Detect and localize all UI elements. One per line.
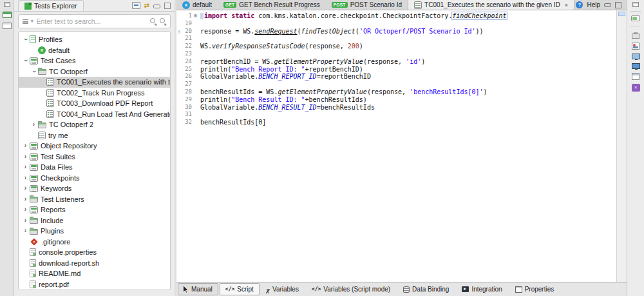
editor-tab[interactable]: POSTPOST Scenario Id xyxy=(326,0,408,10)
explorer-toolbar: ⇄ xyxy=(132,2,171,11)
close-tab-icon[interactable]: × xyxy=(565,2,568,8)
left-view-strip xyxy=(0,0,14,296)
tree-item[interactable]: download-report.sh xyxy=(19,258,170,269)
test-case-icon xyxy=(46,99,54,107)
chevron-collapsed-icon[interactable]: › xyxy=(21,215,30,226)
tree-item-label: TC004_Run Load Test And Generate Report xyxy=(57,110,171,118)
dots-icon[interactable]: ····· xyxy=(630,25,641,28)
line-number: 25 xyxy=(182,66,192,74)
fold-spacer xyxy=(192,58,199,66)
restore-icon[interactable] xyxy=(632,2,639,7)
bottom-tab[interactable]: Manual xyxy=(178,283,218,295)
monitor-icon[interactable] xyxy=(632,54,640,59)
link-with-editor-icon[interactable]: ⇄ xyxy=(144,3,149,9)
maximize-panel-icon[interactable] xyxy=(164,3,171,9)
calculator-icon[interactable] xyxy=(632,73,639,80)
tree-item[interactable]: ›Test Listeners xyxy=(19,194,170,205)
chevron-collapsed-icon[interactable]: › xyxy=(21,162,30,172)
advanced-search-icon[interactable] xyxy=(159,17,167,25)
tree-item[interactable]: TC002_Track Run Progress xyxy=(19,88,170,99)
code-text xyxy=(199,20,200,28)
maximize-editor-icon[interactable] xyxy=(615,2,621,8)
bottom-tab[interactable]: </>Variables (Script mode) xyxy=(306,283,396,295)
code-text xyxy=(199,81,200,88)
tree-item[interactable]: ›Test Suites xyxy=(19,152,170,163)
view-menu-dropdown-icon[interactable]: ▾ xyxy=(31,19,33,24)
line-number: 31 xyxy=(182,111,192,119)
picture-icon[interactable] xyxy=(632,43,639,50)
code-editor[interactable]: 1⊕import static com.kms.katalon.core.che… xyxy=(176,10,627,282)
editor-tab[interactable]: GETGET Bench Result Progress xyxy=(218,0,326,10)
caret xyxy=(200,13,204,19)
tree-item[interactable]: xdefault xyxy=(19,45,170,56)
tests-explorer-header: Tests Explorer ⇄ xyxy=(14,0,175,12)
tree-item[interactable]: .gitignore xyxy=(19,237,170,248)
gutter-marker-spacer xyxy=(176,111,182,119)
editor-tab[interactable]: TC001_Executes the scenario with the giv… xyxy=(408,0,574,10)
tests-explorer-panel: Tests Explorer ⇄ ▾ ›Profilesxdefault›Tes… xyxy=(14,0,176,296)
chevron-collapsed-icon[interactable]: › xyxy=(30,119,38,130)
chevron-collapsed-icon[interactable]: › xyxy=(21,226,30,236)
purple-x-icon[interactable]: × xyxy=(632,84,640,92)
tree-item[interactable]: ›TC Octoperf xyxy=(19,66,170,77)
collapse-all-icon[interactable] xyxy=(132,2,140,9)
help-label[interactable]: Help xyxy=(587,1,600,8)
chevron-collapsed-icon[interactable]: › xyxy=(21,152,30,162)
tree-item[interactable]: TC004_Run Load Test And Generate Report xyxy=(19,109,170,120)
view-menu-icon[interactable] xyxy=(22,18,29,25)
chevron-collapsed-icon[interactable]: › xyxy=(21,183,30,193)
chevron-collapsed-icon[interactable]: › xyxy=(21,173,30,183)
search-icon[interactable] xyxy=(149,17,157,25)
fold-collapsed-icon[interactable]: ⊕ xyxy=(192,12,199,20)
tree-item[interactable]: console.properties xyxy=(19,247,170,258)
fold-spacer xyxy=(192,88,199,96)
bottom-tab[interactable]: Integration xyxy=(456,283,507,295)
green-table-icon[interactable] xyxy=(3,12,12,18)
tree-item[interactable]: ›Object Repository xyxy=(19,141,170,152)
minimize-panel-icon[interactable] xyxy=(153,5,160,8)
tree-item[interactable]: README.md xyxy=(19,268,170,279)
tree-item[interactable]: ›Checkpoints xyxy=(19,173,170,184)
editor-tab-label: POST Scenario Id xyxy=(350,1,402,8)
monitor-alt-icon[interactable] xyxy=(632,63,640,69)
tree-item[interactable]: TC001_Executes the scenario with the giv… xyxy=(19,77,170,88)
tree-item[interactable]: ›Profiles xyxy=(19,34,170,45)
tree-item[interactable]: ›Include xyxy=(19,215,170,226)
search-input[interactable] xyxy=(35,17,147,26)
tree-item[interactable]: ›Keywords xyxy=(19,183,170,194)
code-icon: </> xyxy=(312,286,321,292)
help-icon[interactable]: ? xyxy=(576,1,583,8)
tree-item[interactable]: ›Reports xyxy=(19,204,170,215)
chevron-collapsed-icon[interactable]: › xyxy=(21,194,30,204)
bottom-tab[interactable]: </>Script xyxy=(220,283,260,295)
tree-item[interactable]: ›Test Cases xyxy=(19,55,170,66)
editor-tab-label: GET Bench Result Progress xyxy=(239,1,319,8)
green-card-icon[interactable] xyxy=(631,15,640,21)
bottom-tab[interactable]: Properties xyxy=(509,283,560,295)
code-line: 28benchResultIds = WS.getElementProperty… xyxy=(176,88,616,96)
tree-item-label: download-report.sh xyxy=(39,259,99,267)
grid-icon[interactable] xyxy=(3,23,12,29)
tree-item[interactable]: ›TC Octoperf 2 xyxy=(19,119,170,130)
tree-item[interactable]: report.pdf xyxy=(19,279,170,290)
restore-icon[interactable] xyxy=(4,2,10,7)
tree-item-label: Plugins xyxy=(41,227,64,235)
bottom-tab[interactable]: χVariables xyxy=(261,283,305,295)
editor-tab-bar: xdefaultGETGET Bench Result ProgressPOST… xyxy=(176,0,627,10)
code-line: 22WS.verifyResponseStatusCode(response, … xyxy=(176,43,616,50)
tree-item[interactable]: try me xyxy=(19,130,170,141)
chevron-collapsed-icon[interactable]: › xyxy=(21,141,30,151)
tree-item-label: console.properties xyxy=(39,248,97,256)
bottom-tab[interactable]: Data Binding xyxy=(397,283,455,295)
integration-icon xyxy=(462,286,469,292)
chevron-collapsed-icon[interactable]: › xyxy=(21,204,30,215)
editor-tab[interactable]: xdefault xyxy=(176,0,218,10)
tree-item[interactable]: TC003_Download PDF Report xyxy=(19,98,170,109)
printer-icon[interactable] xyxy=(632,34,639,39)
bottom-tab-label: Variables xyxy=(272,286,299,293)
minimize-editor-icon[interactable] xyxy=(604,3,611,7)
tree-item[interactable]: ›Plugins xyxy=(19,226,170,237)
tree-item[interactable]: ›Data Files xyxy=(19,162,170,173)
tests-explorer-view-tab[interactable]: Tests Explorer xyxy=(18,0,84,11)
file-icon xyxy=(30,259,36,267)
